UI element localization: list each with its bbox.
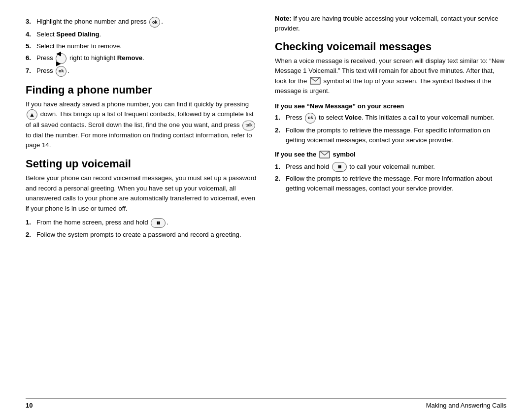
item-content: Press ok to select Voice. This initiates…	[286, 113, 506, 124]
list-item: 6. Press ◀ ▶ right to highlight Remove.	[26, 53, 257, 64]
nav-button-icon: ◀ ▶	[56, 53, 66, 64]
list-item: 3. Highlight the phone number and press …	[26, 17, 257, 28]
talk-button-icon: talk	[242, 121, 255, 130]
item-content: Highlight the phone number and press ok.	[36, 17, 257, 28]
item-content: From the home screen, press and hold ▮▮.	[36, 218, 257, 228]
item-num: 4.	[26, 30, 34, 39]
voicemail-heading: Setting up voicemail	[26, 158, 257, 170]
list-item: 4. Select Speed Dialing.	[26, 30, 257, 39]
item-content: Follow the prompts to retrieve the messa…	[286, 126, 506, 145]
item-num: 3.	[26, 17, 34, 27]
item-content: Press and hold ▮▮ to call your voicemail…	[286, 162, 506, 172]
footer-page-number: 10	[26, 402, 33, 409]
item-content: Press ◀ ▶ right to highlight Remove.	[36, 53, 257, 64]
item-num: 7.	[26, 66, 34, 76]
voicemail-body: Before your phone can record voicemail m…	[26, 173, 257, 214]
footer: 10 Making and Answering Calls	[26, 398, 506, 413]
finding-body: If you have already saved a phone number…	[26, 99, 257, 151]
item-content: Press ok.	[36, 66, 257, 77]
ok-button-icon: ok	[149, 17, 160, 28]
finding-heading: Finding a phone number	[26, 84, 257, 96]
note-paragraph: Note: If you are having trouble accessin…	[275, 14, 506, 33]
list-item: 1. From the home screen, press and hold …	[26, 218, 257, 228]
envelope-icon	[310, 77, 321, 85]
list-item: 7. Press ok.	[26, 66, 257, 77]
list-item: 1. Press ok to select Voice. This initia…	[275, 113, 506, 124]
page: 3. Highlight the phone number and press …	[0, 0, 532, 413]
voicemail-button-icon: ▮▮	[151, 218, 166, 228]
ok-button-icon: ok	[305, 113, 316, 124]
item-num: 2.	[26, 230, 34, 240]
subhead-new-message: If you see “New Message” on your screen	[275, 102, 506, 110]
intro-list: 3. Highlight the phone number and press …	[26, 17, 257, 77]
content-area: 3. Highlight the phone number and press …	[26, 14, 506, 390]
list-item: 2. Follow the prompts to retrieve the me…	[275, 126, 506, 145]
item-num: 6.	[26, 53, 34, 63]
new-message-list: 1. Press ok to select Voice. This initia…	[275, 113, 506, 145]
item-num: 2.	[275, 174, 284, 184]
left-column: 3. Highlight the phone number and press …	[26, 14, 257, 390]
list-item: 2. Follow the system prompts to create a…	[26, 230, 257, 240]
item-num: 1.	[275, 162, 284, 172]
footer-title: Making and Answering Calls	[426, 402, 506, 409]
item-num: 1.	[26, 218, 34, 227]
nav-up-icon: ▲	[27, 109, 37, 120]
subhead-envelope: If you see the symbol	[275, 151, 506, 159]
item-num: 1.	[275, 113, 284, 123]
item-content: Select Speed Dialing.	[36, 30, 257, 39]
voicemail-list: 1. From the home screen, press and hold …	[26, 218, 257, 239]
list-item: 2. Follow the prompts to retrieve the me…	[275, 174, 506, 193]
right-column: Note: If you are having trouble accessin…	[275, 14, 506, 390]
checking-heading: Checking voicemail messages	[275, 40, 506, 53]
voicemail-button-icon-2: ▮▮	[332, 162, 347, 172]
ok-button-icon: ok	[56, 66, 66, 77]
envelope-list: 1. Press and hold ▮▮ to call your voicem…	[275, 162, 506, 193]
item-content: Follow the prompts to retrieve the messa…	[286, 174, 506, 193]
item-content: Follow the system prompts to create a pa…	[36, 230, 257, 240]
list-item: 1. Press and hold ▮▮ to call your voicem…	[275, 162, 506, 172]
item-num: 2.	[275, 126, 284, 135]
item-num: 5.	[26, 41, 34, 51]
note-label: Note:	[275, 15, 292, 22]
envelope-icon-2	[319, 151, 330, 159]
checking-body: When a voice message is received, your s…	[275, 56, 506, 96]
item-content: Select the number to remove.	[36, 41, 257, 51]
